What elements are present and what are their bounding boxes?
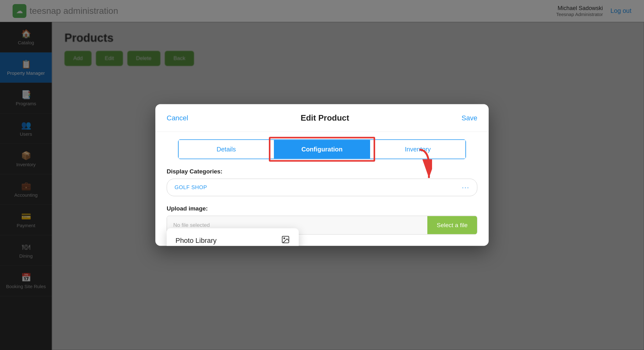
file-picker-dropdown: Photo Library Take Photo (167, 228, 299, 246)
tabs-container: Details Configuration Inventory (178, 139, 466, 159)
upload-image-label: Upload image: (167, 205, 477, 212)
category-more-icon[interactable]: ··· (462, 183, 469, 192)
edit-product-modal: Cancel Edit Product Save Details Configu… (155, 104, 489, 246)
modal-header: Cancel Edit Product Save (155, 104, 489, 132)
select-file-button[interactable]: Select a file (427, 216, 477, 234)
category-value: GOLF SHOP (175, 184, 207, 191)
photo-library-item[interactable]: Photo Library (167, 228, 299, 246)
tab-details[interactable]: Details (179, 140, 275, 159)
cancel-button[interactable]: Cancel (167, 114, 188, 122)
display-categories-label: Display Categories: (167, 168, 477, 175)
modal-title: Edit Product (301, 113, 349, 123)
photo-library-label: Photo Library (175, 237, 217, 245)
category-field[interactable]: GOLF SHOP ··· (167, 179, 477, 196)
tab-configuration[interactable]: Configuration (275, 140, 370, 159)
save-button[interactable]: Save (462, 114, 477, 122)
photo-library-icon (281, 235, 290, 246)
modal-body: Display Categories: GOLF SHOP ··· Upload… (155, 159, 489, 246)
tab-inventory[interactable]: Inventory (369, 140, 465, 159)
svg-point-2 (284, 238, 285, 239)
